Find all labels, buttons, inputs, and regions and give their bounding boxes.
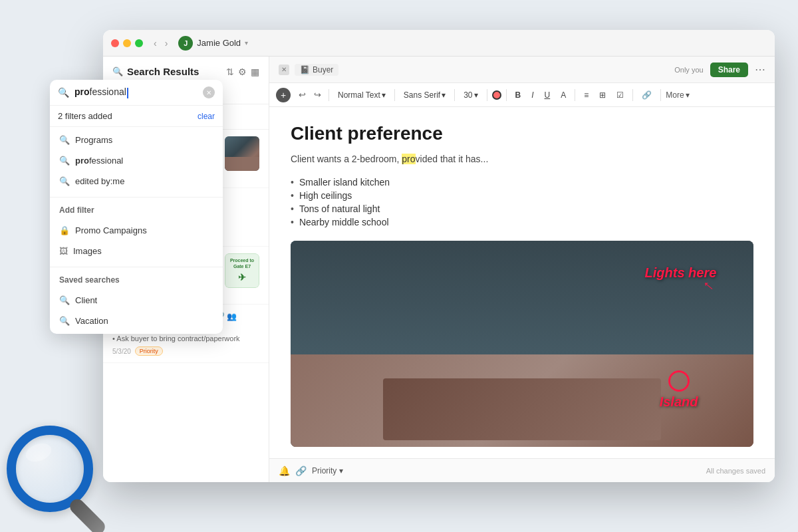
highlight-button[interactable]: A [557, 88, 570, 102]
dropdown-item-promo-campaigns[interactable]: 🔒 Promo Campaigns [50, 220, 223, 241]
search-dropdown: 🔍 professional ✕ 2 filters added clear 🔍… [50, 80, 223, 334]
maximize-button[interactable] [135, 39, 143, 47]
search-clear-button[interactable]: ✕ [203, 86, 215, 98]
filters-added-row: 2 filters added clear [50, 106, 223, 127]
chevron-down-icon: ▾ [339, 466, 343, 475]
back-arrow[interactable]: ‹ [151, 37, 160, 50]
numbered-list-button[interactable]: ⊞ [595, 88, 610, 102]
clear-filters-button[interactable]: clear [198, 112, 215, 121]
search-bold-part: pro [74, 86, 90, 97]
image-icon: 🖼 [59, 246, 68, 256]
window-controls [111, 39, 143, 47]
kitchen-island-element [383, 378, 661, 440]
sort-icon[interactable]: ⇅ [226, 66, 234, 77]
note-subtitle-after: vided that it has... [416, 154, 489, 164]
note-title: Client preference [291, 123, 753, 144]
text-color-picker[interactable] [492, 90, 501, 100]
filter-options-section: 🔒 Promo Campaigns 🖼 Images [50, 217, 223, 264]
result-time: 5/3/20 [112, 348, 131, 355]
result-meta: 5/3/20 Priority [112, 346, 259, 356]
undo-button[interactable]: ↩ [296, 88, 309, 101]
user-badge[interactable]: J Jamie Gold ▾ [178, 36, 248, 51]
italic-button[interactable]: I [527, 88, 537, 102]
dropdown-item-programs[interactable]: 🔍 Programs [50, 130, 223, 150]
priority-label: Priority [312, 466, 336, 475]
kitchen-cabinets [291, 241, 753, 354]
share-footer-icon[interactable]: 🔗 [295, 466, 307, 476]
note-subtitle: Client wants a 2-bedroom, provided that … [291, 152, 753, 166]
chevron-down-icon: ▾ [686, 90, 690, 100]
filter-icon[interactable]: ⚙ [238, 66, 247, 77]
saved-search-client[interactable]: 🔍 Client [50, 290, 223, 311]
user-avatar: J [178, 36, 193, 51]
underline-button[interactable]: U [541, 88, 555, 102]
dropdown-item-text: Vacation [75, 316, 108, 326]
lock-icon: 🔒 [59, 225, 70, 235]
note-subtitle-highlight: pro [402, 154, 415, 164]
insert-plus-button[interactable]: + [276, 88, 291, 102]
save-status: All changes saved [706, 467, 765, 475]
close-button[interactable] [111, 39, 119, 47]
bullet-item-4: Nearby middle school [291, 215, 753, 229]
editor-topbar: ✕ 📓 Buyer Only you Share ⋯ [269, 57, 775, 83]
search-rest-part: fessional [90, 86, 126, 97]
title-bar: ‹ › J Jamie Gold ▾ [103, 30, 775, 57]
search-input[interactable]: professional [74, 86, 198, 98]
more-options-icon[interactable]: ⋯ [755, 63, 765, 76]
font-family-button[interactable]: Sans Serif ▾ [400, 88, 450, 102]
dropdown-item-edited-by-me[interactable]: 🔍 edited by:me [50, 171, 223, 192]
more-toolbar-button[interactable]: More ▾ [666, 90, 689, 100]
share-button[interactable]: Share [710, 63, 748, 77]
saved-searches-section: 🔍 Client 🔍 Vacation [50, 287, 223, 334]
search-results-title: Search Results [127, 66, 199, 77]
toolbar-divider [506, 89, 507, 101]
editor-footer: 🔔 🔗 Priority ▾ All changes saved [269, 458, 775, 482]
divider [50, 197, 223, 198]
highlight-part: pro [75, 156, 89, 166]
note-subtitle-before: Client wants a 2-bedroom, [291, 154, 402, 164]
note-close-icon[interactable]: ✕ [279, 65, 289, 75]
toolbar-divider [632, 89, 633, 101]
priority-tag[interactable]: Priority ▾ [312, 466, 343, 475]
chevron-down-icon: ▾ [442, 90, 446, 100]
editor-content[interactable]: Client preference Client wants a 2-bedro… [269, 107, 775, 458]
bold-button[interactable]: B [511, 88, 525, 102]
dropdown-item-text: Client [75, 295, 97, 305]
search-icon: 🔍 [112, 66, 123, 76]
notebook-icon: 📓 [300, 65, 310, 74]
checklist-button[interactable]: ☑ [612, 88, 628, 102]
editor-panel: ✕ 📓 Buyer Only you Share ⋯ + ↩ ↪ Norm [269, 57, 775, 482]
search-icon: 🔍 [58, 87, 69, 98]
dropdown-item-images[interactable]: 🖼 Images [50, 241, 223, 261]
divider [50, 267, 223, 267]
search-icon: 🔍 [59, 295, 70, 305]
toolbar-divider [660, 89, 661, 101]
result-thumbnail [225, 136, 259, 171]
notebook-label: Buyer [313, 65, 333, 74]
minimize-button[interactable] [123, 39, 131, 47]
search-icon: 🔍 [59, 176, 70, 186]
saved-search-vacation[interactable]: 🔍 Vacation [50, 311, 223, 331]
link-button[interactable]: 🔗 [638, 88, 656, 102]
add-filter-header: Add filter [50, 200, 223, 217]
bell-icon[interactable]: 🔔 [279, 466, 290, 476]
toolbar-divider [394, 89, 395, 101]
island-label: Island [660, 394, 698, 410]
lights-annotation: Lights here → [645, 265, 717, 296]
search-cursor [127, 88, 128, 98]
dropdown-item-text: Programs [75, 135, 112, 145]
format-style-button[interactable]: Normal Text ▾ [334, 88, 390, 102]
toolbar-divider [454, 89, 455, 101]
dropdown-item-professional[interactable]: 🔍 professional [50, 150, 223, 171]
chevron-down-icon: ▾ [382, 90, 386, 100]
redo-button[interactable]: ↪ [311, 88, 324, 101]
forward-arrow[interactable]: › [162, 37, 171, 50]
topbar-left: ✕ 📓 Buyer [279, 64, 338, 76]
saved-searches-header: Saved searches [50, 270, 223, 287]
bullet-list-button[interactable]: ≡ [580, 88, 593, 102]
kitchen-image: Lights here → Island [291, 241, 753, 447]
font-size-button[interactable]: 30 ▾ [460, 88, 481, 102]
dropdown-item-text: Images [73, 246, 102, 256]
layout-icon[interactable]: ▦ [251, 66, 259, 77]
notebook-tag[interactable]: 📓 Buyer [295, 64, 338, 76]
